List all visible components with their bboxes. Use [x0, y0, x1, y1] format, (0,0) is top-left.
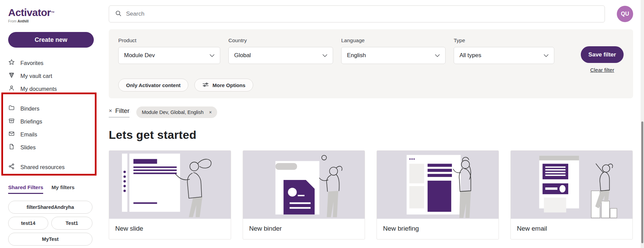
tab-shared-filters[interactable]: Shared Filters	[8, 184, 43, 194]
type-select[interactable]: All types	[454, 47, 554, 64]
person-icon	[8, 85, 15, 93]
main-content: QU Product Module Dev Country Global Lan…	[100, 0, 644, 248]
create-new-button[interactable]: Create new	[8, 32, 94, 48]
new-binder-illustration	[243, 151, 365, 219]
search-icon	[115, 10, 122, 18]
field-country: Country Global	[228, 37, 333, 73]
scrollbar-thumb[interactable]	[641, 121, 643, 243]
card-label: New slide	[109, 219, 231, 239]
saved-filter-pill[interactable]: filterSharedAndryha	[8, 201, 92, 214]
get-started-cards: New slide	[109, 150, 633, 239]
new-slide-illustration	[109, 151, 231, 219]
sidebar-item-emails[interactable]: Emails	[8, 128, 100, 141]
page-title: Lets get started	[109, 128, 633, 142]
select-value: Module Dev	[124, 52, 155, 59]
sidebar-item-label: Briefings	[20, 118, 42, 125]
sidebar-item-label: Favorites	[20, 60, 43, 66]
more-options-button[interactable]: More Options	[194, 79, 253, 92]
field-product: Product Module Dev	[118, 37, 220, 73]
applied-filter-chip[interactable]: Module Dev, Global, English ×	[136, 106, 217, 118]
star-icon	[8, 59, 15, 67]
chevron-down-icon	[323, 52, 327, 59]
select-value: English	[347, 52, 366, 59]
select-value: Global	[234, 52, 251, 59]
sidebar: Activator™ From Anthill Create new Favor…	[0, 0, 100, 248]
chevron-down-icon	[210, 52, 214, 59]
sidebar-item-slides[interactable]: Slides	[8, 141, 100, 154]
sidebar-item-shared-resources[interactable]: Shared resources	[8, 161, 100, 173]
top-bar: QU	[109, 5, 633, 22]
chevron-down-icon	[544, 52, 549, 59]
field-label: Type	[454, 37, 554, 44]
product-select[interactable]: Module Dev	[118, 47, 220, 64]
country-select[interactable]: Global	[228, 47, 333, 64]
sidebar-item-briefings[interactable]: Briefings	[8, 115, 100, 128]
new-email-illustration	[511, 151, 632, 219]
language-select[interactable]: English	[341, 47, 446, 64]
sidebar-nav: Favorites My vault cart My documents Bin…	[8, 56, 100, 173]
new-binder-card[interactable]: New binder	[243, 150, 365, 239]
new-briefing-card[interactable]: New briefing	[377, 150, 499, 239]
saved-filter-tabs: Shared Filters My filters	[8, 184, 100, 194]
clear-all-filters-control[interactable]: × Filter	[109, 107, 129, 117]
clear-filter-link[interactable]: Clear filter	[590, 67, 614, 73]
app-logo: Activator™ From Anthill	[8, 7, 100, 23]
field-type: Type All types	[454, 37, 554, 73]
card-label: New email	[511, 219, 632, 239]
share-icon	[8, 163, 15, 171]
sidebar-item-my-vault-cart[interactable]: My vault cart	[8, 69, 100, 82]
search-input[interactable]	[126, 11, 605, 17]
sidebar-item-label: Emails	[20, 131, 37, 138]
filter-panel: Product Module Dev Country Global Langua…	[109, 29, 633, 98]
avatar[interactable]: QU	[617, 6, 633, 22]
sliders-icon	[202, 82, 209, 88]
folder-icon	[8, 104, 15, 113]
archive-box-icon	[8, 117, 15, 126]
new-slide-card[interactable]: New slide	[109, 150, 231, 239]
close-icon: ×	[109, 108, 112, 114]
chevron-down-icon	[435, 52, 440, 59]
field-label: Language	[341, 37, 446, 44]
field-language: Language English	[341, 37, 446, 73]
sidebar-item-binders[interactable]: Binders	[8, 102, 100, 115]
search-box[interactable]	[109, 5, 605, 22]
trademark-symbol: ™	[51, 11, 55, 15]
file-icon	[8, 143, 15, 151]
new-email-card[interactable]: New email	[510, 150, 633, 239]
sidebar-item-label: Shared resources	[20, 164, 65, 170]
sidebar-item-label: My vault cart	[20, 73, 52, 79]
saved-filter-pill[interactable]: MyTest	[8, 233, 92, 246]
sidebar-item-label: My documents	[20, 86, 57, 92]
select-value: All types	[459, 52, 481, 59]
save-filter-area: Save filter Clear filter	[581, 37, 624, 73]
chip-close-icon[interactable]: ×	[209, 110, 212, 115]
card-label: New briefing	[377, 219, 499, 239]
applied-filter-bar: × Filter Module Dev, Global, English ×	[109, 106, 633, 118]
saved-filter-list: filterSharedAndryha test14 Test1 MyTest	[8, 201, 92, 246]
envelope-icon	[8, 130, 15, 138]
applied-filter-chip-text: Module Dev, Global, English	[142, 110, 204, 115]
logo-tagline: From Anthill	[8, 19, 100, 23]
saved-filter-pill[interactable]: test14	[8, 217, 48, 230]
filter-bar-label: Filter	[115, 107, 129, 115]
more-options-label: More Options	[212, 82, 245, 88]
save-filter-button[interactable]: Save filter	[581, 46, 624, 63]
saved-filter-pill[interactable]: Test1	[51, 217, 92, 230]
sidebar-item-my-documents[interactable]: My documents	[8, 82, 100, 95]
sidebar-item-label: Binders	[20, 105, 39, 112]
only-activator-content-toggle[interactable]: Only Activator content	[118, 79, 188, 92]
tab-my-filters[interactable]: My filters	[51, 184, 74, 194]
new-briefing-illustration	[377, 151, 499, 219]
vault-icon	[8, 72, 15, 80]
sidebar-item-label: Slides	[20, 144, 36, 151]
field-label: Product	[118, 37, 220, 44]
app-logo-text: Activator	[8, 7, 51, 18]
card-label: New binder	[243, 219, 365, 239]
sidebar-item-favorites[interactable]: Favorites	[8, 56, 100, 69]
field-label: Country	[228, 37, 333, 44]
